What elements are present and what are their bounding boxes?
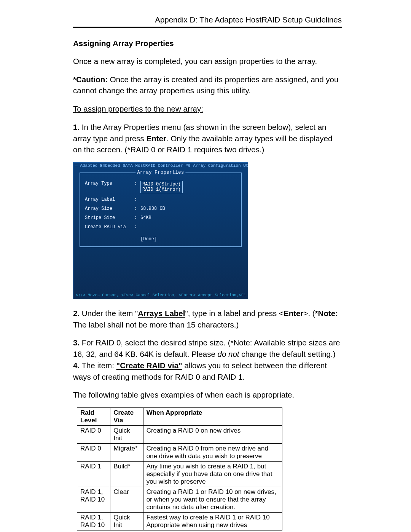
bios-value: 64KB — [140, 215, 151, 220]
table-cell: RAID 1, RAID 10 — [77, 487, 110, 513]
table-row: RAID 0 Migrate* Creating a RAID 0 from o… — [77, 444, 282, 462]
raid-examples-table: Raid Level Create Via When Appropriate R… — [77, 407, 282, 530]
bios-option: RAID 1(Mirror) — [142, 187, 181, 192]
step-number: 2. — [73, 309, 80, 318]
body-paragraph: Once a new array is completed, you can a… — [73, 56, 342, 67]
table-header: Raid Level — [77, 408, 110, 426]
emphasis: do not — [218, 350, 239, 358]
table-row: RAID 1, RAID 10 Clear Creating a RAID 1 … — [77, 487, 282, 513]
table-header: When Appropriate — [143, 408, 282, 426]
document-page: Appendix D: The Adaptec HostRAID Setup G… — [0, 0, 411, 532]
bios-done-button: [Done] — [140, 236, 236, 242]
table-cell: Fastest way to create a RAID 1 or RAID 1… — [143, 513, 282, 530]
table-intro: The following table gives examples of wh… — [73, 389, 342, 401]
step-number: 1. — [73, 123, 80, 131]
table-cell: Quick Init — [110, 426, 143, 444]
step-text: The item: — [80, 361, 116, 370]
step-4: 4. The item: "Create RAID via" allows yo… — [73, 360, 342, 382]
step-text: The label shall not be more than 15 char… — [73, 320, 239, 329]
table-cell: RAID 1 — [77, 462, 110, 487]
bios-row-array-size: Array Size : 68.938 GB — [85, 206, 236, 211]
table-cell: Quick Init — [110, 513, 143, 530]
step-2: 2. Under the item "Arrays Label", type i… — [73, 308, 342, 330]
table-row: RAID 1 Build* Any time you wish to creat… — [77, 462, 282, 487]
bios-label: Array Type — [85, 181, 134, 186]
bios-colon: : — [134, 197, 140, 202]
step-1: 1. In the Array Properties menu (as show… — [73, 121, 342, 155]
table-cell: Creating a RAID 1 or RAID 10 on new driv… — [143, 487, 282, 513]
bios-title-bar: — Adaptec Embedded SATA HostRAID Control… — [73, 163, 248, 169]
step-text: change the default setting.) — [239, 350, 336, 358]
table-cell: Clear — [110, 487, 143, 513]
step-3: 3. For RAID 0, select the desired stripe… — [73, 337, 342, 359]
bios-value: RAID 0(Stripe) RAID 1(Mirror) — [140, 181, 183, 193]
caution-label: *Caution: — [73, 75, 108, 84]
table-body: RAID 0 Quick Init Creating a RAID 0 on n… — [77, 426, 282, 530]
bios-label: Create RAID via — [85, 224, 134, 230]
section-heading: Assigning Array Properties — [73, 39, 342, 48]
table-cell: RAID 0 — [77, 426, 110, 444]
table-cell: Creating a RAID 0 from one new drive and… — [143, 444, 282, 462]
table-row: RAID 0 Quick Init Creating a RAID 0 on n… — [77, 426, 282, 444]
bios-colon: : — [134, 181, 140, 186]
step-text: Under the item " — [80, 309, 138, 318]
running-header: Appendix D: The Adaptec HostRAID Setup G… — [73, 15, 342, 27]
step-number: 3. — [73, 338, 80, 347]
bios-help-footer: <↑↓> Moves Cursor, <Esc> Cancel Selectio… — [76, 293, 245, 297]
table-cell: RAID 1, RAID 10 — [77, 513, 110, 530]
bios-label: Array Label — [85, 197, 134, 202]
note-label: *Note: — [315, 309, 338, 318]
header-rule — [73, 27, 342, 28]
bios-row-create-via: Create RAID via : — [85, 224, 236, 230]
bios-colon: : — [134, 224, 140, 230]
table-cell: RAID 0 — [77, 444, 110, 462]
bios-row-array-type: Array Type : RAID 0(Stripe) RAID 1(Mirro… — [85, 181, 236, 193]
table-header: Create Via — [110, 408, 143, 426]
bios-panel-title: Array Properties — [135, 170, 185, 175]
table-head: Raid Level Create Via When Appropriate — [77, 408, 282, 426]
table-cell: Build* — [110, 462, 143, 487]
key-enter: Enter — [147, 134, 166, 143]
caution-body: Once the array is created and its proper… — [73, 75, 338, 95]
ui-item-label: "Create RAID via" — [116, 361, 182, 370]
bios-colon: : — [134, 215, 140, 220]
bios-row-stripe-size: Stripe Size : 64KB — [85, 215, 236, 220]
bios-value: 68.938 GB — [140, 206, 165, 211]
bios-select-box: RAID 0(Stripe) RAID 1(Mirror) — [140, 181, 183, 193]
bios-label: Array Size — [85, 206, 134, 211]
table-cell: Creating a RAID 0 on new drives — [143, 426, 282, 444]
bios-row-array-label: Array Label : — [85, 197, 236, 202]
bios-option: RAID 0(Stripe) — [142, 182, 181, 187]
step-text: ", type in a label and press < — [185, 309, 284, 318]
caution-paragraph: *Caution: Once the array is created and … — [73, 74, 342, 96]
bios-label: Stripe Size — [85, 215, 134, 220]
table-cell: Migrate* — [110, 444, 143, 462]
ui-item-label: Arrays Label — [138, 309, 185, 318]
step-number: 4. — [73, 361, 80, 370]
bios-colon: : — [134, 206, 140, 211]
table-row: RAID 1, RAID 10 Quick Init Fastest way t… — [77, 513, 282, 530]
bios-screenshot: — Adaptec Embedded SATA HostRAID Control… — [73, 162, 248, 299]
table-cell: Any time you wish to create a RAID 1, bu… — [143, 462, 282, 487]
bios-panel: Array Properties Array Type : RAID 0(Str… — [80, 173, 242, 247]
step-text: >. ( — [303, 309, 315, 318]
key-enter: Enter — [284, 309, 303, 318]
procedure-intro: To assign properties to the new array: — [73, 103, 342, 115]
